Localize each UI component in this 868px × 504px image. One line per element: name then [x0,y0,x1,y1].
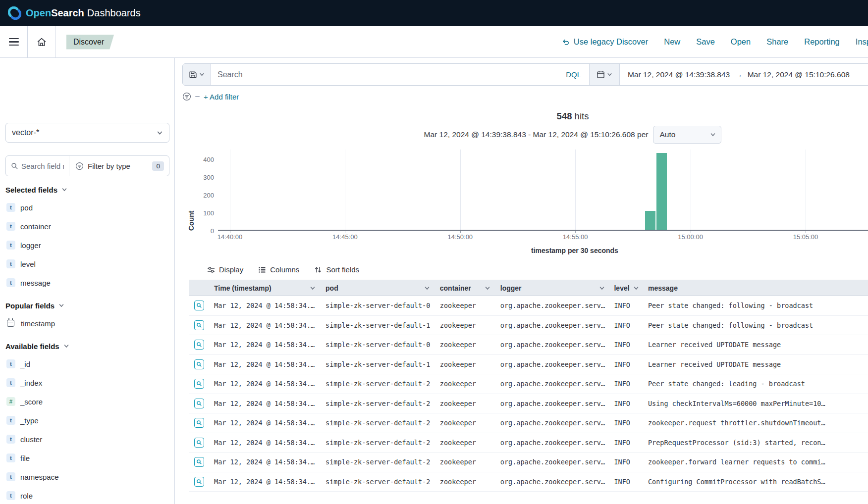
add-filter-button[interactable]: + Add filter [204,93,239,101]
expand-document-button[interactable] [194,457,204,467]
field-type-icon: t [6,435,15,444]
global-header: OpenSearchDashboards [0,0,868,26]
gridline [575,150,576,230]
cell-pod: simple-zk-server-default-1 [321,360,435,368]
date-range-end[interactable]: Mar 12, 2024 @ 15:10:26.608 [748,70,850,79]
field-item[interactable]: t level [5,254,169,273]
field-name: _type [20,416,39,425]
histogram-range-text: Mar 12, 2024 @ 14:39:38.843 - Mar 12, 20… [424,130,649,139]
cell-level: INFO [610,360,643,368]
inspect-link[interactable]: Inspect [856,37,868,47]
breadcrumb-discover[interactable]: Discover [66,35,114,50]
field-item[interactable]: t logger [5,236,169,254]
cell-container: zookeeper [435,439,495,447]
expand-document-button[interactable] [194,399,204,408]
date-quick-select-button[interactable] [589,64,620,85]
filter-by-type-button[interactable]: Filter by type 0 [69,156,169,176]
sort-chevron-icon[interactable] [310,285,316,291]
list-icon [258,266,266,274]
sort-icon [314,266,322,274]
save-link[interactable]: Save [696,37,715,47]
table-body: Mar 12, 2024 @ 14:58:34.… simple-zk-serv… [189,296,868,492]
field-item[interactable]: t file [5,449,169,467]
cell-level: INFO [610,302,643,309]
field-item[interactable]: # _score [5,392,169,411]
histogram-bar[interactable] [645,211,655,230]
column-header-pod[interactable]: pod [321,284,435,292]
field-name: role [20,492,33,500]
field-item[interactable]: t pod [5,198,169,217]
saved-query-button[interactable] [183,64,211,85]
date-range-picker[interactable]: Mar 12, 2024 @ 14:39:38.843 → Mar 12, 20… [620,64,868,85]
cell-level: INFO [610,478,643,486]
cell-container: zookeeper [435,419,495,427]
open-link[interactable]: Open [731,37,751,47]
field-name: _score [20,398,43,406]
column-header-level[interactable]: level [610,284,643,292]
column-header-container[interactable]: container [435,284,495,292]
use-legacy-discover-link[interactable]: Use legacy Discover [562,37,648,47]
cell-level: INFO [610,400,643,407]
field-name: namespace [20,473,59,481]
section-available-fields[interactable]: Available fields [5,338,69,354]
query-input[interactable] [211,70,558,79]
sort-chevron-icon[interactable] [599,285,605,291]
index-pattern-select[interactable]: vector-* [5,123,169,143]
reporting-link[interactable]: Reporting [804,37,840,47]
popular-fields-section: Popular fields timestamp [5,297,169,333]
histogram-bar[interactable] [656,153,667,230]
expand-document-button[interactable] [194,340,204,350]
sort-chevron-icon[interactable] [485,285,490,291]
magnifier-icon [196,302,202,308]
field-item[interactable]: timestamp [5,314,169,333]
opensearch-logo[interactable]: OpenSearchDashboards [8,6,141,20]
display-button[interactable]: Display [207,265,243,274]
date-range-start[interactable]: Mar 12, 2024 @ 14:39:38.843 [628,70,730,79]
sort-fields-button[interactable]: Sort fields [314,265,359,274]
gridline [230,150,230,230]
expand-document-button[interactable] [194,438,204,448]
section-selected-fields[interactable]: Selected fields [5,181,67,198]
field-item[interactable]: t _index [5,373,169,392]
field-item[interactable]: t message [5,273,169,292]
expand-document-button[interactable] [194,418,204,428]
filter-count-badge: 0 [152,161,164,171]
interval-select[interactable]: Auto [653,126,721,144]
magnifier-icon [196,420,202,426]
field-item[interactable]: t role [5,486,169,504]
expand-document-button[interactable] [194,359,204,369]
columns-button[interactable]: Columns [258,265,299,274]
query-language-button[interactable]: DQL [558,70,589,79]
share-link[interactable]: Share [766,37,788,47]
filter-icon[interactable] [182,92,191,101]
cell-time: Mar 12, 2024 @ 14:58:34.… [209,302,321,309]
section-popular-fields[interactable]: Popular fields [5,297,64,314]
expand-document-button[interactable] [194,301,204,310]
column-header-time[interactable]: Time (timestamp) [209,284,321,292]
field-item[interactable]: t _id [5,354,169,373]
column-header-logger[interactable]: logger [495,284,610,292]
field-item[interactable]: t _type [5,411,169,430]
cell-pod: simple-zk-server-default-2 [321,419,435,427]
menu-button[interactable] [0,26,28,57]
field-name: logger [20,241,41,250]
cell-pod: simple-zk-server-default-2 [321,439,435,447]
field-name: _id [20,360,30,368]
x-tick-label: 15:00:00 [678,233,703,241]
chevron-down-icon [710,132,716,138]
x-tick-label: 15:05:00 [793,233,818,241]
expand-document-button[interactable] [194,379,204,389]
sort-chevron-icon[interactable] [633,285,639,291]
expand-document-button[interactable] [194,320,204,330]
histogram-plot [218,150,868,231]
home-button[interactable] [28,26,55,57]
new-link[interactable]: New [664,37,680,47]
expand-document-button[interactable] [194,477,204,487]
field-item[interactable]: t cluster [5,430,169,449]
field-item[interactable]: t namespace [5,467,169,486]
field-item[interactable]: t container [5,217,169,236]
magnifier-icon [196,342,202,348]
column-header-message[interactable]: message [643,284,868,292]
sort-chevron-icon[interactable] [424,285,430,291]
field-search-input[interactable] [21,162,64,170]
